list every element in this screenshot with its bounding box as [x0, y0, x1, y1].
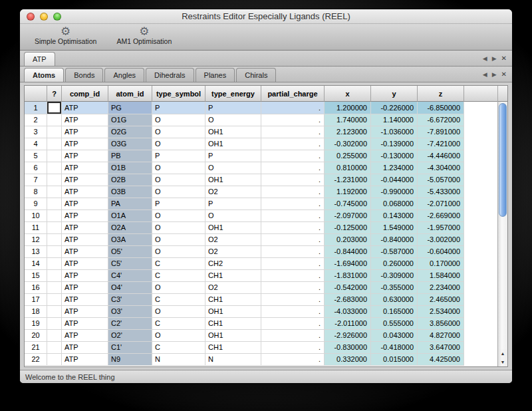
scroll-down-button[interactable]: ▼	[498, 358, 507, 366]
x-cell[interactable]: -2.011000	[325, 318, 371, 330]
partial-charge-cell[interactable]: .	[261, 114, 325, 126]
comp-id-cell[interactable]: ATP	[62, 306, 108, 318]
x-cell[interactable]: -2.097000	[325, 210, 371, 222]
type-symbol-cell[interactable]: C	[152, 258, 205, 270]
tab-atoms[interactable]: Atoms	[24, 68, 64, 82]
partial-charge-cell[interactable]: .	[261, 354, 325, 366]
type-symbol-cell[interactable]: P	[152, 198, 205, 210]
row-number-cell[interactable]: 10	[25, 210, 47, 222]
y-cell[interactable]: 1.549000	[371, 222, 418, 234]
tab-close-icon[interactable]: ✕	[501, 55, 507, 62]
y-cell[interactable]: -0.840000	[371, 234, 418, 246]
z-cell[interactable]: 1.584000	[418, 270, 464, 282]
type-symbol-cell[interactable]: P	[152, 102, 205, 114]
comp-id-cell[interactable]: ATP	[62, 138, 108, 150]
z-cell[interactable]: 0.170000	[418, 258, 464, 270]
comp-id-cell[interactable]: ATP	[62, 234, 108, 246]
y-cell[interactable]: -0.139000	[371, 138, 418, 150]
x-cell[interactable]: 0.332000	[325, 354, 371, 366]
y-cell[interactable]: 0.555000	[371, 318, 418, 330]
z-cell[interactable]: -4.446000	[418, 150, 464, 162]
atom-id-cell[interactable]: O1B	[108, 162, 152, 174]
y-cell[interactable]: -0.226000	[371, 102, 418, 114]
flag-cell[interactable]	[47, 246, 62, 258]
atom-id-cell[interactable]: O5'	[108, 246, 152, 258]
flag-cell[interactable]	[47, 234, 62, 246]
type-energy-cell[interactable]: N	[205, 354, 261, 366]
row-number-cell[interactable]: 3	[25, 126, 47, 138]
flag-cell[interactable]	[47, 174, 62, 186]
atom-id-cell[interactable]: C3'	[108, 294, 152, 306]
atom-id-cell[interactable]: O3B	[108, 186, 152, 198]
row-number-cell[interactable]: 18	[25, 306, 47, 318]
z-cell[interactable]: -2.669000	[418, 210, 464, 222]
flag-cell[interactable]	[47, 258, 62, 270]
partial-charge-cell[interactable]: .	[261, 318, 325, 330]
atom-id-cell[interactable]: PA	[108, 198, 152, 210]
y-cell[interactable]: -0.587000	[371, 246, 418, 258]
x-cell[interactable]: -0.745000	[325, 198, 371, 210]
type-symbol-cell[interactable]: C	[152, 318, 205, 330]
row-number-cell[interactable]: 11	[25, 222, 47, 234]
type-energy-cell[interactable]: CH1	[205, 342, 261, 354]
flag-cell[interactable]	[47, 270, 62, 282]
type-energy-cell[interactable]: CH1	[205, 318, 261, 330]
z-cell[interactable]: 2.465000	[418, 294, 464, 306]
comp-id-cell[interactable]: ATP	[62, 210, 108, 222]
z-cell[interactable]: -5.057000	[418, 174, 464, 186]
comp-id-cell[interactable]: ATP	[62, 186, 108, 198]
tab-chirals[interactable]: Chirals	[236, 68, 276, 82]
comp-id-cell[interactable]: ATP	[62, 342, 108, 354]
row-number-cell[interactable]: 22	[25, 354, 47, 366]
flag-cell[interactable]	[47, 222, 62, 234]
tab-planes[interactable]: Planes	[196, 68, 235, 82]
row-number-cell[interactable]: 21	[25, 342, 47, 354]
row-number-cell[interactable]: 16	[25, 282, 47, 294]
atom-id-cell[interactable]: PG	[108, 102, 152, 114]
header-y[interactable]: y	[371, 86, 418, 102]
x-cell[interactable]: -1.231000	[325, 174, 371, 186]
y-cell[interactable]: 0.015000	[371, 354, 418, 366]
comp-id-cell[interactable]: ATP	[62, 102, 108, 114]
title-bar[interactable]: Restraints Editor Especially Ligands (RE…	[20, 9, 512, 24]
type-energy-cell[interactable]: O2	[205, 234, 261, 246]
z-cell[interactable]: -4.304000	[418, 162, 464, 174]
atom-id-cell[interactable]: O3A	[108, 234, 152, 246]
comp-id-cell[interactable]: ATP	[62, 114, 108, 126]
type-energy-cell[interactable]: CH2	[205, 258, 261, 270]
scrollbar-track[interactable]	[498, 102, 507, 349]
partial-charge-cell[interactable]: .	[261, 162, 325, 174]
type-symbol-cell[interactable]: O	[152, 162, 205, 174]
row-number-cell[interactable]: 17	[25, 294, 47, 306]
header-flag[interactable]: ?	[47, 86, 62, 102]
type-symbol-cell[interactable]: P	[152, 150, 205, 162]
atom-id-cell[interactable]: O3G	[108, 138, 152, 150]
tab-close-icon[interactable]: ✕	[501, 70, 507, 78]
type-symbol-cell[interactable]: O	[152, 246, 205, 258]
atom-id-cell[interactable]: O4'	[108, 282, 152, 294]
minimize-button[interactable]	[40, 13, 48, 21]
y-cell[interactable]: -0.309000	[371, 270, 418, 282]
type-symbol-cell[interactable]: O	[152, 114, 205, 126]
tab-scroll-right-icon[interactable]: ▶	[492, 71, 497, 78]
partial-charge-cell[interactable]: .	[261, 222, 325, 234]
z-cell[interactable]: -3.002000	[418, 234, 464, 246]
y-cell[interactable]: 0.165000	[371, 306, 418, 318]
flag-cell[interactable]	[47, 342, 62, 354]
x-cell[interactable]: -0.542000	[325, 282, 371, 294]
x-cell[interactable]: 1.740000	[325, 114, 371, 126]
type-energy-cell[interactable]: OH1	[205, 306, 261, 318]
tab-scroll-right-icon[interactable]: ▶	[492, 55, 497, 62]
atom-id-cell[interactable]: O2A	[108, 222, 152, 234]
atom-id-cell[interactable]: O2'	[108, 330, 152, 342]
type-symbol-cell[interactable]: O	[152, 210, 205, 222]
x-cell[interactable]: -0.844000	[325, 246, 371, 258]
type-symbol-cell[interactable]: C	[152, 294, 205, 306]
scroll-up-button[interactable]: ▲	[498, 349, 507, 358]
y-cell[interactable]: 0.630000	[371, 294, 418, 306]
type-energy-cell[interactable]: O2	[205, 186, 261, 198]
row-number-cell[interactable]: 15	[25, 270, 47, 282]
flag-cell[interactable]	[47, 306, 62, 318]
atom-id-cell[interactable]: N9	[108, 354, 152, 366]
simple-optimisation-button[interactable]: ⚙ Simple Optimisation	[35, 25, 96, 45]
